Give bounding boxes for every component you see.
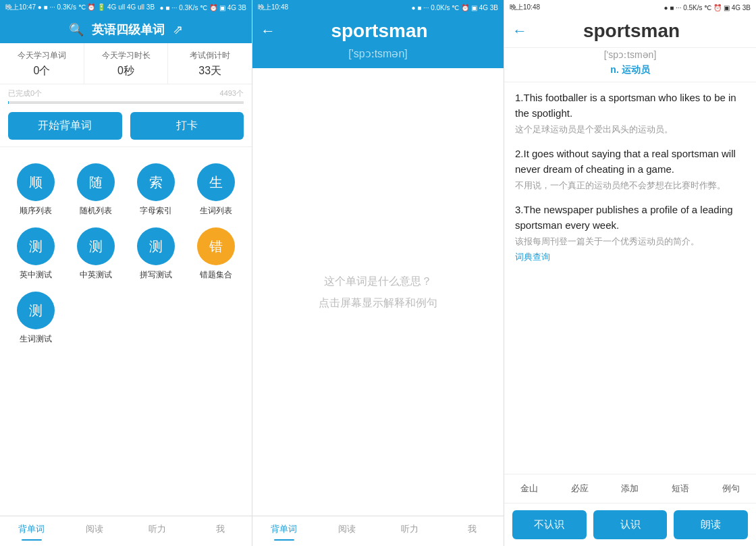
p3-phonetic: ['spɔːtsmən] [504,48,756,63]
dont-know-button[interactable]: 不认识 [512,510,587,539]
p3-examples: 1.This footballer is a sportsman who lik… [504,82,756,474]
grid-circle-6: 测 [137,227,175,265]
grid-label-6: 拼写测试 [140,269,172,281]
p2-nav-item-listening[interactable]: 听力 [378,516,441,546]
p2-nav-item-profile[interactable]: 我 [441,516,504,546]
grid-label-8: 生词测试 [20,333,52,345]
toolbar-jinshan[interactable]: 金山 [504,480,555,497]
grid-circle-8: 测 [17,292,55,329]
p3-word-title: sportsman [535,20,728,42]
panel-1: 晚上10:47 ● ■ ··· 0.3K/s ℃ ⏰ 🔋 4G ull 4G u… [0,0,252,546]
read-aloud-button[interactable]: 朗读 [674,510,748,539]
p1-function-grid: 顺 顺序列表 随 随机列表 索 字母索引 生 生词列表 测 英中测试 测 中英测… [0,147,252,356]
progress-left: 已完成0个 [8,88,42,99]
p3-example-2-zh: 不用说，一个真正的运动员绝不会梦想在比赛时作弊。 [515,180,745,192]
p2-nav-item-reading[interactable]: 阅读 [315,516,378,546]
stat-time-value: 0秒 [87,64,165,78]
grid-item-alphabet[interactable]: 索 字母索引 [126,158,186,222]
grid-circle-1: 随 [77,163,115,201]
stat-countdown-label: 考试倒计时 [171,50,249,61]
status-icons-3: ● ■ ··· 0.5K/s ℃ ⏰ ▣ 4G 3B [664,4,751,11]
know-button[interactable]: 认识 [593,510,668,539]
grid-label-3: 生词列表 [200,205,232,217]
grid-label-0: 顺序列表 [20,205,52,217]
p1-title: 英语四级单词 [92,22,165,38]
grid-item-random[interactable]: 随 随机列表 [65,158,126,222]
p3-dict-link[interactable]: 词典查询 [515,251,745,263]
p3-example-3-zh: 该报每周刊登一篇关于一个优秀运动员的简介。 [515,236,745,248]
status-bar-2: 晚上10:48 ● ■ ··· 0.0K/s ℃ ⏰ ▣ 4G 3B [252,0,504,15]
p3-bottom-buttons: 不认识 认识 朗读 [504,503,756,546]
p3-header: ← sportsman [504,15,756,48]
grid-item-zh-en-test[interactable]: 测 中英测试 [65,222,126,286]
grid-item-newword-test[interactable]: 测 生词测试 [5,286,65,350]
stat-words-value: 0个 [3,64,81,78]
p1-header: 🔍 英语四级单词 ⇗ [0,15,252,43]
toolbar-biying[interactable]: 必应 [555,480,605,497]
grid-item-spell-test[interactable]: 测 拼写测试 [126,222,186,286]
p2-word-title: sportsman [284,20,475,42]
p2-nav-item-study[interactable]: 背单词 [252,516,315,546]
status-time-1: 晚上10:47 ● ■ ··· 0.3K/s ℃ ⏰ 🔋 4G ull 4G u… [5,3,155,12]
status-time-2: 晚上10:48 [258,3,288,12]
status-bar-3: 晚上10:48 ● ■ ··· 0.5K/s ℃ ⏰ ▣ 4G 3B [504,0,756,15]
panel-2: 晚上10:48 ● ■ ··· 0.0K/s ℃ ⏰ ▣ 4G 3B ← spo… [252,0,504,546]
grid-label-2: 字母索引 [140,205,172,217]
grid-circle-5: 测 [77,227,115,265]
share-icon[interactable]: ⇗ [173,22,183,37]
panel-3: 晚上10:48 ● ■ ··· 0.5K/s ℃ ⏰ ▣ 4G 3B ← spo… [504,0,756,546]
grid-item-wrong-words[interactable]: 错 错题集合 [186,222,246,286]
nav-item-listening[interactable]: 听力 [126,516,189,546]
stat-time: 今天学习时长 0秒 [84,43,169,84]
grid-label-5: 中英测试 [80,269,112,281]
nav-item-profile[interactable]: 我 [189,516,252,546]
grid-label-1: 随机列表 [80,205,112,217]
p2-phonetic: ['spɔːtsmən] [252,47,504,68]
p2-hint-line1: 这个单词是什么意思？ [324,271,432,292]
status-time-3: 晚上10:48 [510,3,540,12]
grid-circle-7: 错 [197,227,235,265]
p3-example-3: 3.The newspaper publishes a profile of a… [515,202,745,263]
p2-hint-line2: 点击屏幕显示解释和例句 [319,292,437,314]
p3-example-2-en: 2.It goes without saying that a real spo… [515,146,745,177]
progress-right: 4493个 [220,88,244,99]
checkin-button[interactable]: 打卡 [130,112,244,140]
search-icon[interactable]: 🔍 [69,22,84,37]
p3-example-1-zh: 这个足球运动员是个爱出风头的运动员。 [515,124,745,136]
stat-words: 今天学习单词 0个 [0,43,84,84]
grid-label-7: 错题集合 [200,269,232,281]
grid-circle-3: 生 [197,163,235,201]
status-icons-2: ● ■ ··· 0.0K/s ℃ ⏰ ▣ 4G 3B [411,4,498,11]
p3-pos: n. 运动员 [504,63,756,82]
p3-example-1-en: 1.This footballer is a sportsman who lik… [515,90,745,121]
p2-bottom-nav: 背单词 阅读 听力 我 [252,516,504,546]
p2-content[interactable]: 这个单词是什么意思？ 点击屏幕显示解释和例句 [252,68,504,516]
stat-words-label: 今天学习单词 [3,50,81,61]
p3-example-1: 1.This footballer is a sportsman who lik… [515,90,745,136]
start-study-button[interactable]: 开始背单词 [8,112,122,140]
status-icons-1: ● ■ ··· 0.3K/s ℃ ⏰ ▣ 4G 3B [159,4,246,11]
grid-circle-4: 测 [17,227,55,265]
nav-item-reading[interactable]: 阅读 [63,516,126,546]
toolbar-add[interactable]: 添加 [605,480,655,497]
grid-item-newwords[interactable]: 生 生词列表 [186,158,246,222]
toolbar-example[interactable]: 例句 [705,480,756,497]
p2-header: ← sportsman [252,15,504,47]
grid-circle-2: 索 [137,163,175,201]
back-button-2[interactable]: ← [261,22,275,40]
p1-bottom-nav: 背单词 阅读 听力 我 [0,516,252,546]
toolbar-phrase[interactable]: 短语 [655,480,706,497]
back-button-3[interactable]: ← [512,22,527,40]
p1-stats: 今天学习单词 0个 今天学习时长 0秒 考试倒计时 33天 [0,43,252,84]
p3-example-3-en: 3.The newspaper publishes a profile of a… [515,202,745,233]
p3-toolbar: 金山 必应 添加 短语 例句 [504,474,756,503]
p1-action-buttons: 开始背单词 打卡 [0,105,252,147]
grid-item-en-zh-test[interactable]: 测 英中测试 [5,222,65,286]
grid-label-4: 英中测试 [20,269,52,281]
nav-item-study[interactable]: 背单词 [0,516,63,546]
grid-item-sequential[interactable]: 顺 顺序列表 [5,158,65,222]
stat-time-label: 今天学习时长 [87,50,165,61]
status-bar-1: 晚上10:47 ● ■ ··· 0.3K/s ℃ ⏰ 🔋 4G ull 4G u… [0,0,252,15]
stat-countdown-value: 33天 [171,64,249,78]
p3-example-2: 2.It goes without saying that a real spo… [515,146,745,192]
